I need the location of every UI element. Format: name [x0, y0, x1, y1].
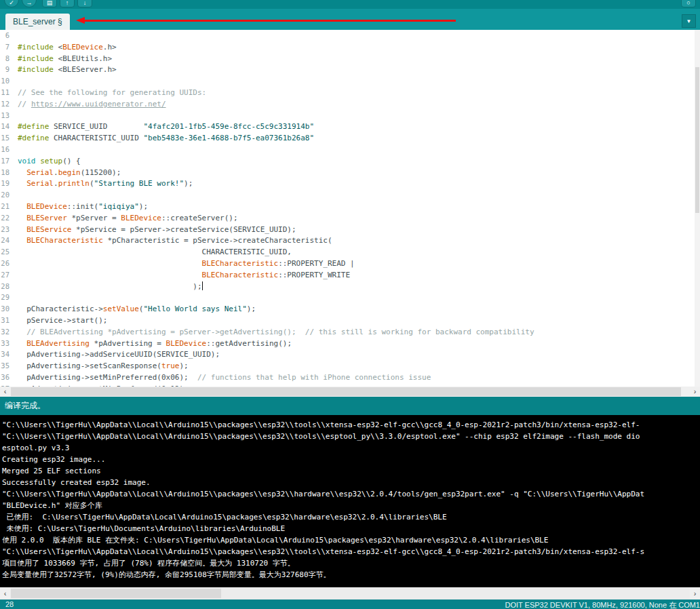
line-number: 25	[0, 246, 18, 258]
console-output: "C:\\Users\\TigerHu\\AppData\\Local\\Ard…	[0, 415, 700, 587]
line-number: 14	[0, 121, 18, 132]
code-line[interactable]: 13	[0, 110, 700, 121]
scroll-right-arrow-icon[interactable]: ›	[690, 587, 700, 600]
code-text: BLECharacteristic::PROPERTY_WRITE	[18, 271, 350, 279]
code-line[interactable]: 27 BLECharacteristic::PROPERTY_WRITE	[0, 269, 700, 281]
code-line[interactable]: 20	[0, 189, 700, 201]
console-horizontal-scrollbar-thumb[interactable]	[11, 589, 221, 598]
code-line[interactable]: 30 pCharacteristic->setValue("Hello Worl…	[0, 303, 700, 315]
serial-monitor-button[interactable]: ○	[681, 0, 696, 7]
code-text: #include <BLEUtils.h>	[18, 54, 112, 63]
code-text: pService->start();	[18, 316, 107, 325]
upload-icon: →	[22, 0, 36, 7]
line-number: 11	[0, 87, 18, 98]
line-number: 15	[0, 132, 18, 144]
code-line[interactable]: 16	[0, 144, 700, 155]
code-line[interactable]: 26 BLECharacteristic::PROPERTY_READ |	[0, 258, 700, 269]
console-line: Creating esp32 image...	[0, 454, 700, 465]
console-line: "BLEDevice.h" 对应多个库	[0, 500, 700, 511]
new-sketch-icon: ▤	[43, 0, 56, 7]
code-line[interactable]: 6	[0, 30, 700, 41]
console-line: "C:\\Users\\TigerHu\\AppData\\Local\\Ard…	[0, 546, 700, 557]
code-text: BLEServer *pServer = BLEDevice::createSe…	[18, 214, 238, 222]
code-line[interactable]: 15#define CHARACTERISTIC_UUID "beb5483e-…	[0, 132, 700, 144]
console-line: Merged 25 ELF sections	[0, 465, 700, 477]
line-number: 34	[0, 349, 18, 360]
code-line[interactable]: 25 CHARACTERISTIC_UUID,	[0, 246, 700, 258]
editor-vertical-scrollbar[interactable]	[695, 30, 700, 387]
new-sketch-button[interactable]: ▤	[42, 0, 57, 7]
code-line[interactable]: 35 pAdvertising->setScanResponse(true);	[0, 360, 700, 372]
text-cursor	[202, 281, 203, 290]
code-line[interactable]: 31 pService->start();	[0, 315, 700, 326]
tab-bar: BLE_server § ▼	[0, 9, 700, 30]
line-number: 21	[0, 201, 18, 212]
scroll-left-arrow-icon[interactable]: ‹	[0, 587, 10, 600]
line-number: 28	[0, 281, 18, 292]
code-line[interactable]: 9#include <BLEServer.h>	[0, 64, 700, 75]
code-line[interactable]: 8#include <BLEUtils.h>	[0, 53, 700, 64]
code-line[interactable]: 29	[0, 292, 700, 303]
code-line[interactable]: 12// https://www.uuidgenerator.net/	[0, 98, 700, 110]
open-sketch-icon: ↑	[60, 0, 74, 7]
code-line[interactable]: 24 BLECharacteristic *pCharacteristic = …	[0, 235, 700, 246]
verify-button[interactable]: ✓	[4, 0, 19, 7]
open-sketch-button[interactable]: ↑	[60, 0, 75, 7]
tab-ble-server[interactable]: BLE_server §	[5, 14, 70, 30]
code-line[interactable]: 11// See the following for generating UU…	[0, 87, 700, 98]
code-text: #define SERVICE_UUID "4fafc201-1fb5-459e…	[18, 122, 314, 131]
code-line[interactable]: 19 Serial.println("Starting BLE work!");	[0, 178, 700, 189]
upload-button[interactable]: →	[22, 0, 37, 7]
chevron-down-icon: ▼	[686, 18, 692, 24]
code-line[interactable]: 10	[0, 75, 700, 87]
code-text: pAdvertising->setMinPreferred(0x06); // …	[18, 373, 431, 382]
code-text: BLEService *pService = pServer->createSe…	[18, 225, 296, 234]
console-line: 未使用: C:\Users\TigerHu\Documents\Arduino\…	[0, 523, 700, 534]
code-line[interactable]: 7#include <BLEDevice.h>	[0, 41, 700, 53]
code-text: BLECharacteristic *pCharacteristic = pSe…	[18, 236, 332, 245]
line-number: 26	[0, 258, 18, 269]
code-text: pAdvertising->addServiceUUID(SERVICE_UUI…	[18, 350, 220, 359]
code-text: #include <BLEServer.h>	[18, 65, 117, 74]
code-line[interactable]: 36 pAdvertising->setMinPreferred(0x06); …	[0, 372, 700, 383]
console-line: 全局变量使用了32572字节, (9%)的动态内存, 余留295108字节局部变…	[0, 569, 700, 581]
code-line[interactable]: 14#define SERVICE_UUID "4fafc201-1fb5-45…	[0, 121, 700, 132]
line-number: 12	[0, 98, 18, 110]
console-horizontal-scrollbar[interactable]: ‹ ›	[0, 587, 700, 600]
line-number: 20	[0, 189, 18, 201]
code-text: #define CHARACTERISTIC_UUID "beb5483e-36…	[18, 134, 314, 142]
scroll-left-arrow-icon[interactable]: ‹	[0, 387, 10, 397]
code-line[interactable]: 34 pAdvertising->addServiceUUID(SERVICE_…	[0, 349, 700, 360]
code-text: void setup() {	[18, 157, 81, 165]
line-number: 23	[0, 224, 18, 235]
code-text: // BLEAdvertising *pAdvertising = pServe…	[18, 328, 534, 336]
save-sketch-icon: ↓	[78, 0, 92, 7]
code-line[interactable]: 28 );	[0, 281, 700, 292]
code-text: pAdvertising->setScanResponse(true);	[18, 361, 189, 370]
cursor-line-indicator: 28	[5, 600, 14, 608]
line-number: 8	[0, 53, 18, 64]
line-number: 36	[0, 372, 18, 383]
code-text: CHARACTERISTIC_UUID,	[18, 248, 292, 256]
save-sketch-button[interactable]: ↓	[77, 0, 92, 7]
console-line: "C:\\Users\\TigerHu\\AppData\\Local\\Ard…	[0, 419, 700, 431]
tab-menu-button[interactable]: ▼	[682, 14, 696, 28]
line-number: 32	[0, 326, 18, 338]
editor-vertical-scrollbar-thumb[interactable]	[695, 67, 699, 213]
code-line[interactable]: 21 BLEDevice::init("iqiqiya");	[0, 201, 700, 212]
editor-horizontal-scrollbar[interactable]: ‹ ›	[0, 387, 700, 397]
line-number: 18	[0, 167, 18, 178]
code-line[interactable]: 18 Serial.begin(115200);	[0, 167, 700, 178]
code-editor[interactable]: 67#include <BLEDevice.h>8#include <BLEUt…	[0, 30, 700, 387]
code-text: BLECharacteristic::PROPERTY_READ |	[18, 259, 355, 268]
line-number: 29	[0, 292, 18, 303]
editor-horizontal-scrollbar-thumb[interactable]	[11, 387, 681, 396]
code-line[interactable]: 33 BLEAdvertising *pAdvertising = BLEDev…	[0, 338, 700, 349]
code-line[interactable]: 22 BLEServer *pServer = BLEDevice::creat…	[0, 212, 700, 224]
code-line[interactable]: 32 // BLEAdvertising *pAdvertising = pSe…	[0, 326, 700, 338]
line-number: 22	[0, 212, 18, 224]
scroll-right-arrow-icon[interactable]: ›	[690, 387, 700, 397]
code-line[interactable]: 23 BLEService *pService = pServer->creat…	[0, 224, 700, 235]
code-text: );	[18, 282, 203, 291]
code-line[interactable]: 17void setup() {	[0, 155, 700, 167]
